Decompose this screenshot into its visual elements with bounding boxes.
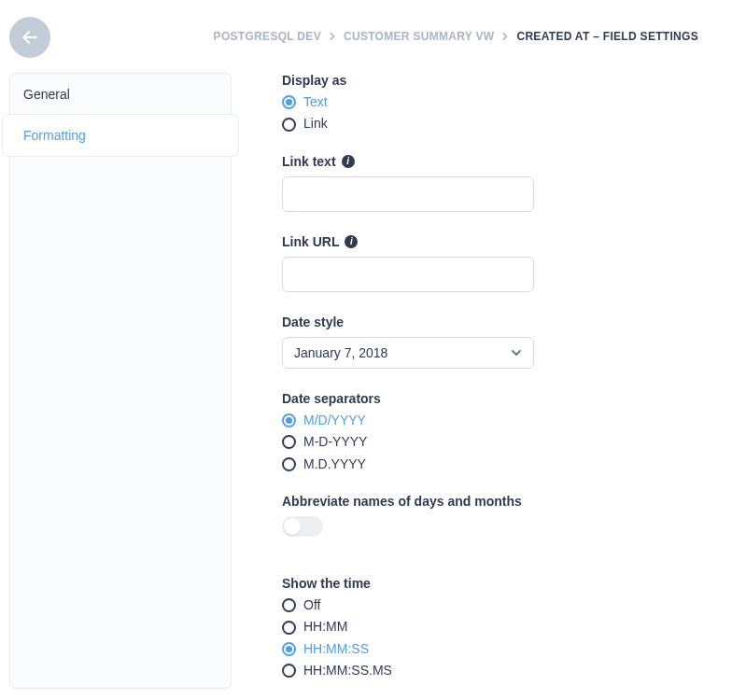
display-as-label: Display as [282,73,706,88]
sidebar: General Formatting [9,73,232,689]
abbreviate-group: Abbreviate names of days and months [282,494,706,537]
radio-icon [282,457,296,471]
link-text-group: Link text i [282,154,706,212]
radio-icon [282,621,296,635]
link-url-group: Link URL i [282,234,706,292]
radio-icon [282,118,296,132]
info-icon[interactable]: i [345,235,358,248]
show-time-option-off[interactable]: Off [282,598,706,612]
date-sep-option-slash[interactable]: M/D/YYYY [282,413,706,427]
radio-icon [282,435,296,449]
radio-label: M-D-YYYY [303,435,367,449]
date-sep-option-dash[interactable]: M-D-YYYY [282,435,706,449]
form-panel: Display as Text Link Link text i [282,73,706,700]
link-text-input[interactable] [282,176,534,212]
date-sep-option-dot[interactable]: M.D.YYYY [282,457,706,471]
link-url-label: Link URL [282,234,339,249]
date-style-value: January 7, 2018 [294,345,387,360]
show-time-option-hhmm[interactable]: HH:MM [282,620,706,634]
info-icon[interactable]: i [342,155,355,168]
back-button[interactable] [9,17,50,58]
arrow-left-icon [21,28,39,47]
radio-label: Link [303,117,328,131]
date-style-group: Date style January 7, 2018 [282,315,706,369]
display-as-option-text[interactable]: Text [282,95,706,109]
show-time-group: Show the time Off HH:MM HH:MM:SS HH:MM:S… [282,576,706,679]
radio-icon [282,642,296,656]
radio-icon [282,664,296,678]
breadcrumb-item[interactable]: CUSTOMER SUMMARY VW [344,30,494,43]
breadcrumb-current: CREATED AT – FIELD SETTINGS [516,30,698,43]
show-time-option-hhmmss[interactable]: HH:MM:SS [282,642,706,656]
radio-label: HH:MM:SS.MS [303,664,392,678]
radio-label: Text [303,95,328,109]
link-text-label: Link text [282,154,336,169]
breadcrumb-item[interactable]: POSTGRESQL DEV [214,30,321,43]
radio-label: HH:MM [303,620,347,634]
link-url-input[interactable] [282,257,534,292]
chevron-right-icon [501,30,509,43]
abbreviate-label: Abbreviate names of days and months [282,494,706,509]
date-separators-label: Date separators [282,391,706,406]
radio-label: HH:MM:SS [303,642,369,656]
sidebar-item-formatting[interactable]: Formatting [3,115,238,156]
radio-icon [282,95,296,109]
radio-label: M/D/YYYY [303,413,366,427]
date-style-label: Date style [282,315,706,329]
display-as-group: Display as Text Link [282,73,706,132]
radio-icon [282,598,296,612]
radio-icon [282,413,296,427]
toggle-knob [284,518,301,535]
show-time-option-hhmmssms[interactable]: HH:MM:SS.MS [282,664,706,678]
abbreviate-toggle[interactable] [282,516,323,537]
sidebar-item-general[interactable]: General [10,74,231,115]
radio-label: M.D.YYYY [303,457,366,471]
breadcrumb: POSTGRESQL DEV CUSTOMER SUMMARY VW CREAT… [214,30,698,43]
show-time-label: Show the time [282,576,706,591]
chevron-right-icon [329,30,336,43]
radio-label: Off [303,598,320,612]
chevron-down-icon [511,347,522,358]
date-style-select[interactable]: January 7, 2018 [282,337,534,369]
date-separators-group: Date separators M/D/YYYY M-D-YYYY M.D.YY… [282,391,706,471]
display-as-option-link[interactable]: Link [282,117,706,131]
